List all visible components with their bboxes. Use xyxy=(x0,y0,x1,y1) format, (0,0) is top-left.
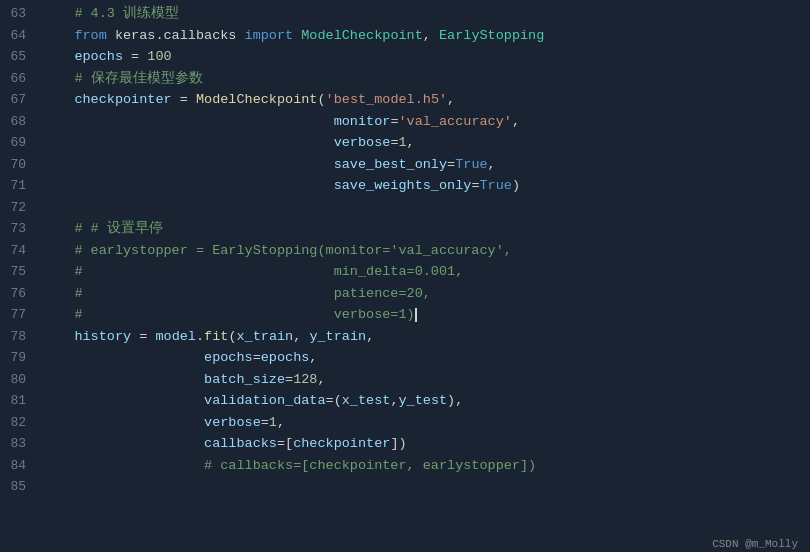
line-content: # 4.3 训练模型 xyxy=(42,4,810,25)
line-content: save_weights_only=True) xyxy=(42,176,810,197)
code-line: 63 # 4.3 训练模型 xyxy=(0,4,810,26)
code-line: 82 verbose=1, xyxy=(0,413,810,435)
line-content: verbose=1, xyxy=(42,413,810,434)
line-content: callbacks=[checkpointer]) xyxy=(42,434,810,455)
line-content: # callbacks=[checkpointer, earlystopper]… xyxy=(42,456,810,477)
line-content: epochs=epochs, xyxy=(42,348,810,369)
code-line: 75 # min_delta=0.001, xyxy=(0,262,810,284)
line-number: 64 xyxy=(0,26,42,46)
line-number: 67 xyxy=(0,90,42,110)
line-number: 76 xyxy=(0,284,42,304)
line-content: # patience=20, xyxy=(42,284,810,305)
line-number: 84 xyxy=(0,456,42,476)
code-line: 68 monitor='val_accuracy', xyxy=(0,112,810,134)
line-number: 65 xyxy=(0,47,42,67)
line-content: # verbose=1) xyxy=(42,305,810,326)
line-content: # # 设置早停 xyxy=(42,219,810,240)
code-line: 85 xyxy=(0,477,810,499)
code-line: 79 epochs=epochs, xyxy=(0,348,810,370)
line-content: save_best_only=True, xyxy=(42,155,810,176)
code-line: 83 callbacks=[checkpointer]) xyxy=(0,434,810,456)
code-line: 74 # earlystopper = EarlyStopping(monito… xyxy=(0,241,810,263)
line-number: 85 xyxy=(0,477,42,497)
code-editor: 63 # 4.3 训练模型64 from keras.callbacks imp… xyxy=(0,0,810,532)
line-content: monitor='val_accuracy', xyxy=(42,112,810,133)
line-number: 75 xyxy=(0,262,42,282)
code-line: 73 # # 设置早停 xyxy=(0,219,810,241)
line-number: 71 xyxy=(0,176,42,196)
code-line: 65 epochs = 100 xyxy=(0,47,810,69)
line-number: 63 xyxy=(0,4,42,24)
code-line: 72 xyxy=(0,198,810,220)
line-number: 72 xyxy=(0,198,42,218)
code-line: 70 save_best_only=True, xyxy=(0,155,810,177)
watermark: CSDN @m_Molly xyxy=(0,532,810,552)
code-line: 81 validation_data=(x_test,y_test), xyxy=(0,391,810,413)
line-number: 74 xyxy=(0,241,42,261)
line-content: verbose=1, xyxy=(42,133,810,154)
code-line: 78 history = model.fit(x_train, y_train, xyxy=(0,327,810,349)
line-content: batch_size=128, xyxy=(42,370,810,391)
line-content: validation_data=(x_test,y_test), xyxy=(42,391,810,412)
line-number: 77 xyxy=(0,305,42,325)
line-content: # earlystopper = EarlyStopping(monitor='… xyxy=(42,241,810,262)
line-content: # 保存最佳模型参数 xyxy=(42,69,810,90)
line-number: 78 xyxy=(0,327,42,347)
code-line: 66 # 保存最佳模型参数 xyxy=(0,69,810,91)
line-number: 81 xyxy=(0,391,42,411)
code-line: 71 save_weights_only=True) xyxy=(0,176,810,198)
line-content: checkpointer = ModelCheckpoint('best_mod… xyxy=(42,90,810,111)
text-cursor xyxy=(415,308,417,322)
code-line: 77 # verbose=1) xyxy=(0,305,810,327)
line-number: 82 xyxy=(0,413,42,433)
code-line: 84 # callbacks=[checkpointer, earlystopp… xyxy=(0,456,810,478)
code-line: 76 # patience=20, xyxy=(0,284,810,306)
line-content: # min_delta=0.001, xyxy=(42,262,810,283)
code-line: 69 verbose=1, xyxy=(0,133,810,155)
line-content: history = model.fit(x_train, y_train, xyxy=(42,327,810,348)
line-content: epochs = 100 xyxy=(42,47,810,68)
line-number: 73 xyxy=(0,219,42,239)
code-line: 80 batch_size=128, xyxy=(0,370,810,392)
code-line: 67 checkpointer = ModelCheckpoint('best_… xyxy=(0,90,810,112)
line-number: 80 xyxy=(0,370,42,390)
line-number: 79 xyxy=(0,348,42,368)
line-number: 66 xyxy=(0,69,42,89)
line-number: 69 xyxy=(0,133,42,153)
line-content: from keras.callbacks import ModelCheckpo… xyxy=(42,26,810,47)
line-number: 83 xyxy=(0,434,42,454)
line-number: 70 xyxy=(0,155,42,175)
code-line: 64 from keras.callbacks import ModelChec… xyxy=(0,26,810,48)
line-number: 68 xyxy=(0,112,42,132)
